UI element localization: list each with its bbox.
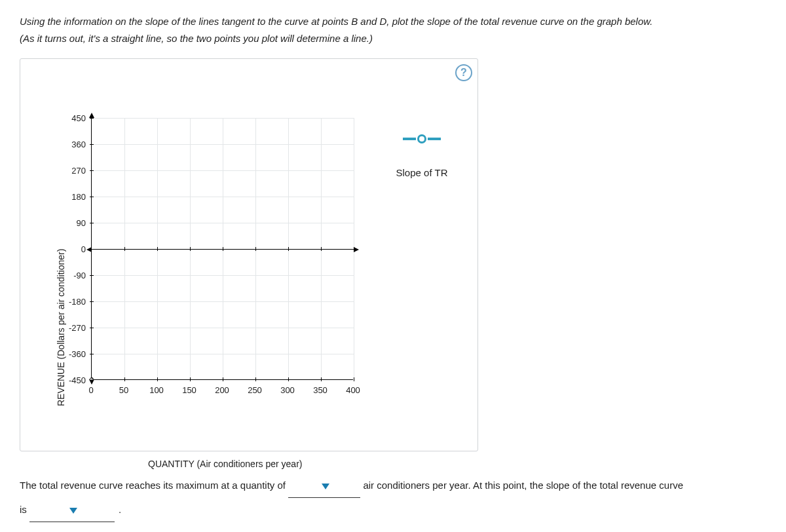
y-tick-label: 90 bbox=[60, 218, 86, 228]
y-tick bbox=[90, 223, 94, 223]
zero-line-tick bbox=[255, 247, 256, 251]
gridline-h bbox=[92, 301, 354, 302]
x-axis-arrow-left-icon bbox=[86, 247, 92, 252]
instructions-line2: (As it turns out, it's a straight line, … bbox=[20, 33, 373, 44]
zero-line-tick bbox=[321, 247, 322, 251]
y-tick bbox=[90, 144, 94, 145]
y-tick-label: 360 bbox=[60, 140, 86, 149]
gridline-h bbox=[92, 170, 354, 171]
x-tick bbox=[288, 377, 289, 381]
legend-line-right bbox=[428, 138, 441, 140]
q-part1-before: The total revenue curve reaches its maxi… bbox=[20, 480, 286, 491]
y-tick bbox=[90, 301, 94, 302]
legend-label: Slope of TR bbox=[386, 167, 458, 178]
x-tick-label: 50 bbox=[119, 385, 128, 395]
y-tick bbox=[90, 275, 94, 276]
y-tick-label: -360 bbox=[60, 349, 86, 359]
y-tick-label: 270 bbox=[60, 166, 86, 176]
gridline-h bbox=[92, 144, 354, 145]
y-tick-label: 450 bbox=[60, 113, 86, 123]
x-tick-label: 100 bbox=[149, 385, 164, 395]
x-tick bbox=[255, 377, 256, 381]
q-part2-after: . bbox=[119, 498, 121, 522]
y-tick bbox=[90, 354, 94, 354]
zero-line-tick bbox=[288, 247, 289, 251]
zero-line-tick bbox=[190, 247, 191, 251]
x-axis-arrow-right-icon bbox=[354, 247, 359, 252]
x-axis-label: QUANTITY (Air conditioners per year) bbox=[148, 459, 302, 469]
y-tick bbox=[90, 118, 94, 119]
zero-line-tick bbox=[124, 247, 125, 251]
legend-point-icon bbox=[417, 134, 426, 143]
x-tick-label: 0 bbox=[88, 385, 93, 395]
y-tick-label: -450 bbox=[60, 375, 86, 385]
zero-line-tick bbox=[223, 247, 223, 251]
x-tick bbox=[190, 377, 191, 381]
y-tick-label: 0 bbox=[60, 244, 86, 254]
fill-in-question: The total revenue curve reaches its maxi… bbox=[20, 474, 766, 522]
y-tick-label: -270 bbox=[60, 323, 86, 333]
help-icon: ? bbox=[460, 67, 467, 79]
chevron-down-icon bbox=[69, 508, 77, 514]
y-tick-label: 180 bbox=[60, 192, 86, 202]
instructions: Using the information on the slope of th… bbox=[20, 13, 766, 47]
gridline-h bbox=[92, 275, 354, 276]
quantity-dropdown[interactable] bbox=[288, 474, 360, 498]
gridline-h bbox=[92, 354, 354, 354]
x-tick-label: 200 bbox=[215, 385, 229, 395]
gridline-h bbox=[92, 223, 354, 223]
plot-area[interactable] bbox=[91, 118, 353, 380]
chart[interactable]: REVENUE (Dollars per air conditioner) QU… bbox=[47, 118, 381, 446]
q-part1-after: air conditioners per year. At this point… bbox=[363, 480, 683, 491]
gridline-h bbox=[92, 118, 354, 119]
instructions-line1: Using the information on the slope of th… bbox=[20, 16, 652, 27]
q-part2-before: is bbox=[20, 504, 27, 515]
x-tick bbox=[92, 377, 92, 381]
gridline-h bbox=[92, 328, 354, 328]
y-axis-arrow-up-icon bbox=[89, 113, 94, 118]
legend-symbol bbox=[386, 134, 458, 143]
x-tick bbox=[354, 377, 354, 381]
legend-line-left bbox=[403, 138, 416, 140]
help-button[interactable]: ? bbox=[455, 64, 472, 81]
y-tick-label: -90 bbox=[60, 271, 86, 280]
y-tick bbox=[90, 380, 94, 381]
y-tick bbox=[90, 197, 94, 197]
graph-panel: ? Slope of TR REVENUE (Dollars per air c… bbox=[20, 58, 478, 451]
x-tick-label: 300 bbox=[280, 385, 295, 395]
y-tick bbox=[90, 170, 94, 171]
y-tick-label: -180 bbox=[60, 297, 86, 307]
x-tick bbox=[321, 377, 322, 381]
y-tick bbox=[90, 328, 94, 328]
slope-dropdown[interactable] bbox=[29, 498, 115, 522]
x-tick-label: 400 bbox=[346, 385, 360, 395]
gridline-h bbox=[92, 197, 354, 197]
legend[interactable]: Slope of TR bbox=[386, 134, 458, 178]
x-tick-label: 250 bbox=[248, 385, 262, 395]
chevron-down-icon bbox=[322, 484, 329, 489]
x-tick-label: 150 bbox=[182, 385, 196, 395]
x-tick-label: 350 bbox=[313, 385, 328, 395]
zero-line-tick bbox=[354, 247, 354, 251]
x-tick bbox=[223, 377, 223, 381]
x-tick bbox=[157, 377, 158, 381]
zero-line-tick bbox=[157, 247, 158, 251]
x-tick bbox=[124, 377, 125, 381]
